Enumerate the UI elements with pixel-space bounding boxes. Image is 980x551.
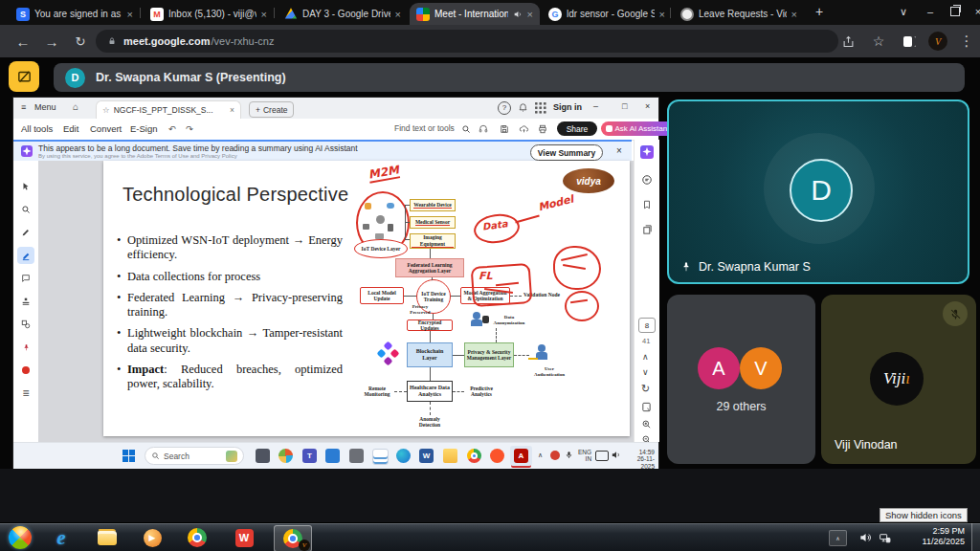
presentation-indicator-chip[interactable]: [9, 61, 39, 92]
win11-start-icon: [122, 450, 135, 462]
tab-close-icon[interactable]: ×: [791, 9, 797, 20]
bullet-item: Optimized WSN-IoT deployment → Energy ef…: [117, 233, 343, 263]
window-minimize-button[interactable]: –: [917, 0, 944, 23]
back-button[interactable]: ←: [11, 32, 34, 51]
pencil-tool-icon: [17, 224, 34, 241]
start-button[interactable]: [4, 521, 36, 551]
active-chrome-window[interactable]: V: [274, 525, 312, 551]
zoom-in-icon: [641, 419, 652, 430]
pages-panel-icon: [642, 224, 653, 235]
muted-mic-badge: [943, 301, 968, 326]
side-panel-button[interactable]: [898, 32, 921, 51]
window-close-button[interactable]: ×: [965, 0, 980, 23]
home-icon: ⌂: [73, 101, 78, 112]
view-summary-button: View Summary: [530, 144, 603, 161]
reload-button[interactable]: ↻: [69, 32, 92, 51]
share-page-button[interactable]: [836, 32, 859, 51]
forward-button[interactable]: →: [40, 32, 63, 51]
tab-close-icon[interactable]: ×: [127, 9, 133, 20]
bullet-text: Lightweight blockchain → Tamper-resistan…: [127, 326, 343, 354]
meet-control-bar: 2:59 PM | International FDP on Next-Gene…: [0, 469, 980, 522]
annotation-blob-small: [565, 291, 599, 321]
chevron-down-icon: ∨: [900, 6, 907, 18]
taskbar-acrobat-active: A: [510, 446, 532, 466]
pin-icon: [680, 261, 692, 273]
tray-tablet-icon: [595, 451, 609, 461]
tab-search[interactable]: G ldr sensor - Google Sea ×: [542, 3, 672, 25]
tab-meet-active[interactable]: Meet - Internationa ×: [410, 3, 540, 25]
tab-drive[interactable]: DAY 3 - Google Drive ×: [278, 3, 408, 25]
tray-mic-icon: [565, 450, 573, 460]
share-label: Share: [567, 124, 589, 134]
acrobat-right-rail: 8 41 ∧ ∨ ↻: [634, 140, 659, 442]
internet-explorer-icon[interactable]: e: [50, 526, 73, 549]
profile-avatar[interactable]: V: [926, 32, 949, 51]
file-explorer-icon[interactable]: [96, 526, 119, 549]
browser-menu-button[interactable]: ⋮: [955, 32, 978, 51]
close-icon: ×: [975, 6, 980, 17]
taskbar-app-icon: [325, 449, 340, 463]
network-icon[interactable]: [873, 526, 896, 549]
show-hidden-icons-button[interactable]: ∧: [829, 530, 847, 546]
tab-close-icon: ×: [230, 105, 234, 115]
address-bar[interactable]: meet.google.com/vev-rxhu-cnz: [96, 30, 838, 53]
acrobat-minimize-icon: –: [593, 101, 598, 111]
ai-assistant-panel-icon: [640, 145, 654, 159]
tab-signed-in[interactable]: S You are signed in as em ×: [10, 3, 140, 25]
comments-panel-icon: [641, 174, 653, 186]
video-tile-viji[interactable]: Vijiı Viji Vinodan: [821, 295, 976, 464]
taskbar-edge-icon: [396, 449, 411, 463]
help-icon: ?: [498, 101, 511, 115]
tab-close-icon[interactable]: ×: [527, 9, 533, 20]
slide-title: Technological Perspective: [122, 184, 348, 206]
label-remote-monitoring: Remote Monitoring: [360, 385, 394, 398]
tab-close-icon[interactable]: ×: [261, 9, 267, 20]
pin-tool-icon: [17, 339, 34, 356]
side-panel-icon: [903, 36, 916, 47]
ask-ai-assistant-button: Ask AI Assistant: [601, 121, 674, 136]
label-predictive-analytics: Predictive Analytics: [464, 385, 499, 398]
bookmark-star-button[interactable]: ☆: [867, 32, 890, 51]
rotate-page-icon: ↻: [641, 383, 650, 395]
others-count-label: 29 others: [667, 400, 815, 413]
tab-audio-icon[interactable]: [513, 10, 523, 19]
tab-leave-requests[interactable]: Leave Requests - Vidyal ×: [674, 3, 804, 25]
presentation-icon: [16, 69, 33, 85]
stamp-tool-icon: [17, 293, 34, 310]
video-tile-others[interactable]: A V 29 others: [667, 295, 815, 464]
search-icon: [151, 452, 160, 460]
tab-separator: [274, 8, 275, 18]
video-tile-presenter[interactable]: D Dr. Swapna Kumar S: [667, 99, 969, 284]
slide-bullets: Optimized WSN-IoT deployment → Energy ef…: [117, 233, 343, 398]
tab-search-chevron[interactable]: ∨: [890, 0, 917, 23]
presenter-avatar-large: D: [790, 159, 853, 222]
tab-label: DAY 3 - Google Drive: [302, 9, 390, 19]
bullet-bold: Impact: [127, 363, 164, 376]
zoom-tool-icon: [17, 201, 34, 218]
node-federated-learning-aggregation: Federated Learning Aggregation Layer: [395, 258, 464, 277]
new-tab-button[interactable]: +: [806, 0, 833, 23]
create-button: + Create: [249, 101, 294, 118]
tab-close-icon[interactable]: ×: [395, 9, 401, 20]
tab-gmail[interactable]: M Inbox (5,130) - viji@vid ×: [144, 3, 274, 25]
shared-screen-presentation: ≡ Menu ⌂ ☆ NGCF-IS_PPT_DISSK_S... × + Cr…: [13, 98, 658, 469]
host-clock[interactable]: 2:59 PM11/26/2025: [898, 526, 965, 548]
label-user-authentication: User Authentication: [528, 365, 570, 379]
media-player-icon[interactable]: ▶: [141, 526, 164, 549]
taskbar-calculator-icon: [349, 449, 364, 463]
node-imaging-equipment: Imaging Equipment: [410, 233, 456, 249]
bullet-text: Optimized WSN-IoT deployment → Energy ef…: [127, 233, 343, 261]
wps-office-icon[interactable]: W: [233, 526, 256, 549]
vidya-logo: vidya: [563, 168, 614, 193]
chrome-icon[interactable]: [188, 528, 207, 547]
acrobat-menu-label: Menu: [34, 102, 56, 112]
bullet-text: Data collections for process: [127, 270, 260, 283]
ai-banner-legal: By using this service, you agree to the …: [38, 153, 237, 159]
redo-icon: ↷: [186, 123, 193, 134]
node-medical-sensor: Medical Sensor: [410, 216, 456, 229]
search-placeholder: Search: [164, 452, 222, 461]
presenting-banner: D Dr. Swapna Kumar S (Presenting): [54, 63, 965, 92]
highlighter-tool-icon-selected: [17, 247, 34, 264]
tab-close-icon[interactable]: ×: [659, 9, 665, 20]
show-desktop-button[interactable]: [971, 523, 980, 551]
